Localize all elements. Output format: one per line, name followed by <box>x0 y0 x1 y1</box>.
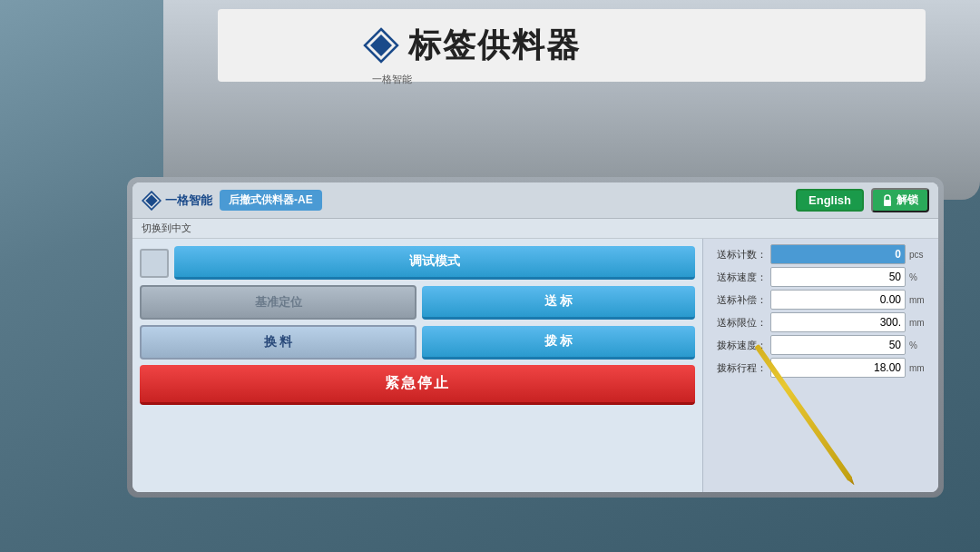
right-panel: 送标计数：0pcs送标速度：50%送标补偿：0.00mm送标限位：300.mm拨… <box>702 239 938 492</box>
label-logo-area: 标签供料器 <box>363 18 962 73</box>
touch-screen: 一格智能 后撤式供料器-AE English 解锁 切换到中文 <box>132 182 938 492</box>
param-label: 送标速度： <box>710 271 767 284</box>
material-peel-row: 换 料 拨 标 <box>140 325 695 360</box>
param-value[interactable]: 50 <box>770 267 906 287</box>
material-change-button[interactable]: 换 料 <box>140 325 416 360</box>
param-unit: mm <box>909 295 931 305</box>
param-label: 送标限位： <box>710 316 767 330</box>
param-unit: mm <box>909 318 931 328</box>
send-label-row: 基准定位 送 标 <box>140 285 695 320</box>
param-row: 送标补偿：0.00mm <box>710 290 931 310</box>
model-badge: 后撤式供料器-AE <box>220 190 322 211</box>
param-row: 送标速度：50% <box>710 267 931 287</box>
header-bar: 一格智能 后撤式供料器-AE English 解锁 <box>132 182 938 219</box>
label-feeder-machine: 标签供料器 一格智能 <box>163 0 980 200</box>
debug-row: 调试模式 <box>140 246 695 280</box>
param-unit: mm <box>909 363 931 373</box>
param-row: 送标计数：0pcs <box>710 244 931 264</box>
param-unit: pcs <box>909 250 931 260</box>
position-button: 基准定位 <box>140 285 416 320</box>
unlock-button[interactable]: 解锁 <box>871 188 929 212</box>
brand-text: 一格智能 <box>165 192 212 209</box>
param-row: 拨标速度：50% <box>710 335 931 355</box>
label-feeder-title: 标签供料器 <box>408 24 581 68</box>
brand-logo-top-icon <box>363 27 399 64</box>
touch-screen-frame: 一格智能 后撤式供料器-AE English 解锁 切换到中文 <box>127 177 944 498</box>
sub-header: 切换到中文 <box>132 219 938 239</box>
brand-logo-icon <box>142 191 162 211</box>
debug-mode-button[interactable]: 调试模式 <box>174 246 695 280</box>
debug-checkbox[interactable] <box>140 249 169 278</box>
brand-small-text: 一格智能 <box>372 73 412 86</box>
lock-icon <box>882 194 893 207</box>
param-value[interactable]: 0.00 <box>770 290 906 310</box>
unlock-label: 解锁 <box>897 192 918 208</box>
param-label: 拨标行程： <box>710 361 767 375</box>
param-label: 送标计数： <box>710 248 767 261</box>
switch-lang-text[interactable]: 切换到中文 <box>142 222 191 233</box>
param-value[interactable]: 0 <box>770 244 906 264</box>
brand-logo-area: 一格智能 <box>142 191 212 211</box>
peel-label-button[interactable]: 拨 标 <box>422 326 695 360</box>
main-content: 调试模式 基准定位 送 标 换 料 拨 标 紧急停止 送标计数：0pcs送标速 <box>132 239 938 492</box>
send-label-button[interactable]: 送 标 <box>422 286 695 320</box>
left-panel: 调试模式 基准定位 送 标 换 料 拨 标 紧急停止 <box>132 239 702 492</box>
param-unit: % <box>909 272 931 282</box>
param-value[interactable]: 18.00 <box>770 358 906 378</box>
svg-rect-4 <box>884 200 891 206</box>
param-value[interactable]: 300. <box>770 312 906 332</box>
param-value[interactable]: 50 <box>770 335 906 355</box>
language-button[interactable]: English <box>796 189 864 212</box>
param-unit: % <box>909 340 931 350</box>
emergency-stop-button[interactable]: 紧急停止 <box>140 365 695 405</box>
param-label: 送标补偿： <box>710 293 767 307</box>
param-row: 送标限位：300.mm <box>710 312 931 332</box>
param-row: 拨标行程：18.00mm <box>710 358 931 378</box>
